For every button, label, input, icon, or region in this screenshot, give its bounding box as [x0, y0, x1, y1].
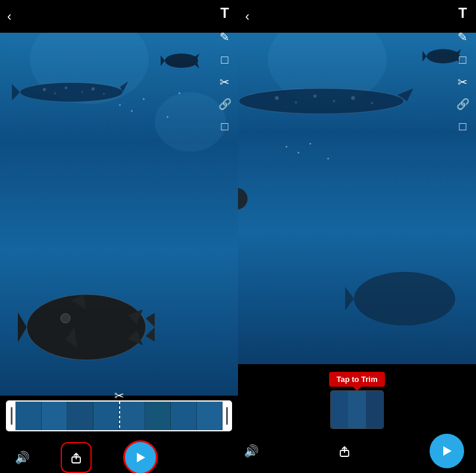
left-top-bar: ‹ T ✎ □ ✂ 🔗 □	[0, 0, 238, 33]
dot-fish-4	[167, 116, 168, 118]
svg-marker-22	[146, 309, 155, 327]
left-scissors-tool[interactable]: ✂	[220, 76, 230, 88]
dot-fish-1	[119, 104, 121, 106]
whale-shark-right	[238, 80, 416, 122]
svg-point-4	[43, 88, 46, 91]
right-play-button[interactable]	[430, 434, 464, 468]
left-toolbar: T ✎ □ ✂ 🔗 □	[211, 0, 238, 226]
svg-marker-11	[161, 55, 165, 66]
right-back-button[interactable]: ‹	[245, 9, 249, 24]
svg-marker-1	[12, 84, 20, 100]
timeline-handle-left[interactable]	[7, 402, 15, 430]
timeline-cut-line	[119, 402, 120, 430]
right-link-tool[interactable]: 🔗	[456, 99, 469, 109]
right-sticker-tool[interactable]: □	[459, 54, 466, 65]
svg-point-9	[103, 93, 105, 95]
right-share-button[interactable]	[332, 438, 357, 463]
small-fish-left	[161, 51, 202, 71]
svg-marker-15	[18, 312, 27, 342]
dot-fish-2	[131, 110, 133, 112]
right-panel: ‹ T ✎ □ ✂ 🔗 □ ‹	[238, 0, 476, 473]
large-fish-right	[345, 263, 464, 334]
play-icon-left	[134, 451, 147, 464]
thumb-frame-2	[348, 391, 365, 428]
svg-point-17	[61, 314, 70, 323]
svg-marker-45	[443, 446, 452, 456]
r-dot-3	[309, 143, 311, 145]
right-volume-icon[interactable]: 🔊	[244, 444, 259, 458]
right-video-bg: ‹	[238, 33, 476, 364]
right-scissors-tool[interactable]: ✂	[458, 76, 468, 88]
left-panel: ‹ T ✎ □ ✂ 🔗 □	[0, 0, 238, 473]
right-crop-tool[interactable]: □	[459, 120, 466, 132]
dot-fish-5	[178, 92, 180, 94]
svg-point-32	[295, 101, 297, 104]
frame-2	[42, 402, 68, 430]
left-crop-tool[interactable]: □	[221, 120, 228, 132]
frame-5	[119, 402, 145, 430]
svg-marker-42	[345, 287, 354, 311]
left-bottom-bar: ✂	[0, 396, 238, 473]
frame-3	[67, 402, 93, 430]
svg-marker-26	[137, 453, 145, 462]
right-thumbnail-strip[interactable]	[330, 390, 384, 429]
play-icon-right	[440, 444, 453, 458]
left-play-button[interactable]	[123, 440, 158, 473]
left-back-button[interactable]: ‹	[7, 9, 11, 24]
r-dot-1	[286, 146, 287, 148]
tap-to-trim-label: Tap to Trim	[336, 375, 377, 384]
svg-marker-23	[146, 327, 155, 345]
r-dot-2	[298, 152, 299, 154]
svg-point-7	[81, 91, 83, 93]
left-link-tool[interactable]: 🔗	[218, 99, 231, 109]
handle-line-right	[226, 407, 228, 425]
svg-point-6	[65, 86, 68, 89]
frame-7	[171, 402, 197, 430]
svg-point-8	[92, 87, 95, 90]
left-sticker-tool[interactable]: □	[221, 54, 228, 65]
timeline-handle-right[interactable]	[223, 402, 231, 430]
left-volume-icon[interactable]: 🔊	[15, 450, 30, 465]
right-text-tool[interactable]: T	[458, 6, 467, 20]
svg-point-33	[314, 95, 317, 98]
right-video-area: ‹	[238, 33, 476, 364]
svg-point-14	[27, 295, 146, 360]
svg-point-31	[275, 96, 278, 99]
left-video-bg	[0, 33, 238, 396]
frame-6	[145, 402, 171, 430]
whale-shark-left	[12, 74, 131, 110]
chevron-back-button[interactable]: ‹	[238, 188, 248, 209]
timeline-strip-inner[interactable]	[6, 400, 232, 431]
right-trim-area: Tap to Trim	[238, 364, 476, 429]
thumb-frame-3	[366, 391, 383, 428]
left-draw-tool[interactable]: ✎	[220, 31, 230, 43]
timeline-scissors-icon: ✂	[114, 389, 124, 403]
trim-section: Tap to Trim	[238, 369, 476, 429]
left-controls: 🔊	[6, 434, 232, 473]
frame-8	[197, 402, 223, 430]
svg-point-10	[165, 54, 198, 68]
right-toolbar: T ✎ □ ✂ 🔗 □	[449, 0, 476, 226]
left-timeline[interactable]: ✂	[6, 400, 232, 431]
svg-point-36	[371, 102, 373, 104]
handle-line-left	[11, 407, 12, 425]
svg-point-5	[54, 92, 57, 95]
left-video-area	[0, 33, 238, 396]
large-fish-left	[18, 283, 155, 372]
thumb-frame-1	[331, 391, 348, 428]
tap-to-trim-tooltip[interactable]: Tap to Trim	[329, 372, 384, 387]
r-dot-4	[327, 158, 329, 159]
right-controls-bar: 🔊	[238, 429, 476, 473]
chevron-icon: ‹	[238, 193, 239, 204]
svg-point-34	[333, 100, 335, 102]
svg-marker-38	[422, 51, 427, 62]
left-share-button[interactable]	[61, 442, 92, 473]
right-share-icon	[338, 444, 351, 458]
right-top-bar: ‹ T ✎ □ ✂ 🔗 □	[238, 0, 476, 33]
dot-fish-3	[143, 98, 145, 100]
svg-point-41	[354, 272, 455, 325]
share-icon	[70, 451, 83, 464]
right-draw-tool[interactable]: ✎	[458, 31, 468, 43]
frame-1	[15, 402, 42, 430]
left-text-tool[interactable]: T	[220, 6, 229, 20]
